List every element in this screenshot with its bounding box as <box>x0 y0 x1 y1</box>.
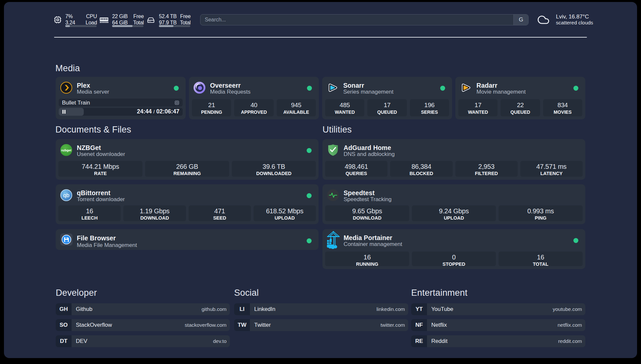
svg-text:nzbget: nzbget <box>61 148 72 152</box>
svg-text:qb: qb <box>63 192 70 198</box>
